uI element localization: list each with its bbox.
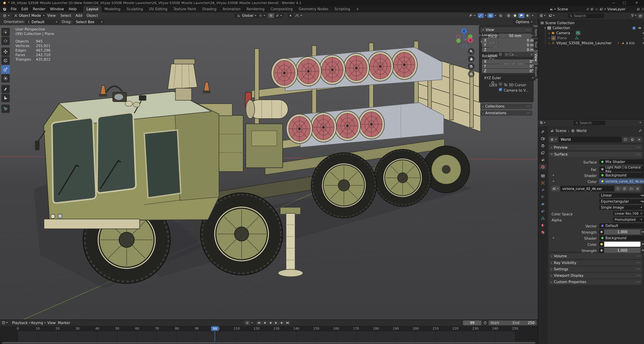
menu-render[interactable]: Render <box>30 6 48 12</box>
camera-expand-chevron[interactable]: › <box>548 31 550 35</box>
panel-grip[interactable] <box>636 255 640 257</box>
navigation-gizmo[interactable]: Z X <box>453 26 478 48</box>
tab-object-properties[interactable] <box>539 180 546 186</box>
timeline-ruler[interactable]: 0 10 20 30 40 50 60 70 80 90 100 110 120… <box>0 326 538 332</box>
strength2-slider[interactable]: 1.000 <box>604 248 640 253</box>
image-unlink-button[interactable]: × <box>635 186 640 191</box>
properties-options-caret[interactable] <box>640 122 641 123</box>
local-camera-clear-icon[interactable]: × <box>530 52 533 56</box>
eye-icon[interactable] <box>638 26 642 30</box>
truck-cab[interactable] <box>35 59 219 229</box>
missile-canisters-bottom[interactable] <box>286 103 444 147</box>
orientation-dropdown[interactable]: Default <box>26 20 59 24</box>
frame-start-field[interactable]: Start1 <box>488 320 514 325</box>
pivot-point-dropdown[interactable] <box>258 13 266 18</box>
tool-rotate[interactable] <box>1 56 10 65</box>
gizmo-caret[interactable] <box>485 15 486 16</box>
timeline-track[interactable] <box>0 332 538 342</box>
tab-tool-properties[interactable] <box>539 129 546 134</box>
tab-texture-properties[interactable] <box>539 230 546 235</box>
tool-select-box[interactable] <box>1 28 10 36</box>
panel-surface-header[interactable]: Surface <box>549 152 642 157</box>
add-workspace-button[interactable]: + <box>353 6 362 12</box>
autokey-caret[interactable] <box>251 322 253 323</box>
outliner-editor-type-button[interactable] <box>540 14 546 18</box>
cursor-loc-z-field[interactable]: Z0 m <box>482 48 536 52</box>
workspace-tab-modeling[interactable]: Modeling <box>102 6 124 12</box>
workspace-tab-compositing[interactable]: Compositing <box>268 6 296 12</box>
new-collection-button[interactable] <box>638 14 643 18</box>
scene-selector[interactable]: Scene × <box>548 7 599 12</box>
gizmo-toggle[interactable] <box>478 13 484 18</box>
unlink-world-button[interactable]: × <box>636 137 642 142</box>
properties-editor-type-button[interactable] <box>540 121 546 124</box>
workspace-tab-rendering[interactable]: Rendering <box>244 6 268 12</box>
pin-icon[interactable] <box>586 8 589 11</box>
strength-slider[interactable]: 1.000 <box>604 230 640 234</box>
panel-settings-collapsed[interactable]: ›Settings <box>549 266 642 272</box>
anim-dot[interactable] <box>642 195 644 196</box>
workspace-tab-scripting[interactable]: Scripting <box>332 6 353 12</box>
vector-field[interactable]: Default <box>599 223 644 228</box>
panel-grip[interactable] <box>636 268 640 270</box>
transform-orientation-dropdown[interactable]: Global <box>234 13 260 18</box>
visibility-dropdown[interactable] <box>467 13 477 18</box>
new-scene-icon[interactable] <box>590 8 594 11</box>
timeline-scrollbar-thumb[interactable] <box>2 342 536 344</box>
outliner-row-scene-collection[interactable]: Scene Collection <box>538 20 644 26</box>
snap-toggle[interactable] <box>268 13 274 18</box>
image-fake-user-button[interactable] <box>615 186 621 191</box>
workspace-tab-animation[interactable]: Animation <box>220 6 244 12</box>
timeline-menu-keying[interactable]: Keying <box>31 321 46 325</box>
viewport-menu-add[interactable]: Add <box>73 12 85 19</box>
panel-ray-visibility-collapsed[interactable]: ›Ray Visibility <box>549 260 642 266</box>
anim-dot[interactable] <box>642 201 644 202</box>
proportional-editing-toggle[interactable] <box>288 13 294 18</box>
alpha-dropdown[interactable]: Premultiplied <box>613 217 644 222</box>
properties-pin-icon[interactable] <box>638 129 642 132</box>
playhead-line[interactable] <box>214 332 215 342</box>
play-button[interactable] <box>274 320 279 325</box>
current-frame-field[interactable]: 99 <box>463 320 482 325</box>
menu-file[interactable]: File <box>8 6 19 12</box>
close-button[interactable]: ✕ <box>635 1 638 5</box>
menu-window[interactable]: Window <box>48 6 66 12</box>
workspace-tab-layout[interactable]: Layout <box>83 6 101 12</box>
color-expand-caret[interactable] <box>552 181 554 182</box>
timeline-scrollbar[interactable] <box>0 342 538 344</box>
panel-view-header[interactable]: View <box>480 27 532 32</box>
overlays-toggle[interactable] <box>488 13 494 18</box>
panel-grip[interactable] <box>636 262 640 264</box>
workspace-tab-geometry-nodes[interactable]: Geometry Nodes <box>296 6 332 12</box>
collection-expand-caret[interactable] <box>544 28 546 28</box>
menu-edit[interactable]: Edit <box>19 6 30 12</box>
shader-value-field[interactable]: Background <box>599 173 644 178</box>
anim-dot[interactable] <box>642 231 644 233</box>
copy-world-button[interactable] <box>629 137 636 142</box>
launcher-expand-chevron[interactable]: › <box>548 41 550 45</box>
outliner-row-collection[interactable]: Collection ✓ <box>538 26 644 30</box>
local-camera-checkbox[interactable] <box>499 52 502 56</box>
outliner-row-camera[interactable]: › Camera <box>538 30 644 36</box>
breadcrumb-scene[interactable]: Scene <box>556 129 566 133</box>
sidebar-tab-tool[interactable]: Tool <box>534 39 538 50</box>
collection-checkbox[interactable]: ✓ <box>632 26 636 30</box>
tab-viewlayer-properties[interactable] <box>539 150 546 156</box>
tool-transform[interactable] <box>1 74 10 82</box>
fac-value-field[interactable]: Light Path | Is Camera Ray <box>599 167 644 172</box>
outliner-display-mode-button[interactable] <box>548 14 554 18</box>
tab-modifier-properties[interactable] <box>539 187 546 193</box>
viewport-3d-model[interactable] <box>34 37 486 298</box>
image-browse-button[interactable] <box>551 186 560 191</box>
next-keyframe-button[interactable] <box>279 320 284 325</box>
tab-constraint-properties[interactable] <box>539 208 546 214</box>
prev-keyframe-button[interactable] <box>262 320 268 325</box>
cursor-loc-x-field[interactable]: X0 m <box>482 38 536 42</box>
panel-annotations-collapsed[interactable]: › Annotations <box>480 110 532 116</box>
maximize-button[interactable]: ▢ <box>623 1 626 5</box>
bg-color-swatch[interactable] <box>604 242 640 247</box>
viewport-menu-view[interactable]: View <box>45 12 58 19</box>
sidebar-tab-view[interactable]: View <box>534 52 538 63</box>
tool-add-cube[interactable] <box>1 104 10 113</box>
timeline-menu-view[interactable]: View <box>47 321 56 325</box>
